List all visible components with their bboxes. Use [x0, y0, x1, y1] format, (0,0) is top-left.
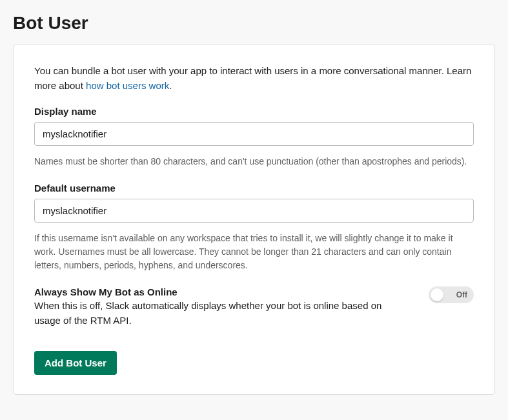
- display-name-hint: Names must be shorter than 80 characters…: [34, 155, 474, 168]
- bot-user-card: You can bundle a bot user with your app …: [13, 44, 495, 395]
- always-online-description: When this is off, Slack automatically di…: [34, 300, 381, 326]
- display-name-label: Display name: [34, 106, 474, 117]
- page-title: Bot User: [13, 13, 495, 34]
- toggle-knob: [431, 288, 443, 301]
- toggle-state-label: Off: [456, 290, 467, 299]
- add-bot-user-button[interactable]: Add Bot User: [34, 351, 117, 375]
- always-online-row: Always Show My Bot as Online When this i…: [34, 286, 474, 328]
- default-username-input[interactable]: [34, 199, 474, 223]
- always-online-text: Always Show My Bot as Online When this i…: [34, 286, 383, 328]
- always-online-toggle[interactable]: Off: [429, 286, 474, 303]
- how-bot-users-work-link[interactable]: how bot users work: [86, 80, 169, 91]
- intro-text-suffix: .: [169, 80, 172, 91]
- default-username-label: Default username: [34, 183, 474, 194]
- default-username-hint: If this username isn't available on any …: [34, 232, 474, 272]
- display-name-input[interactable]: [34, 122, 474, 146]
- intro-paragraph: You can bundle a bot user with your app …: [34, 64, 474, 93]
- always-online-label: Always Show My Bot as Online: [34, 286, 383, 297]
